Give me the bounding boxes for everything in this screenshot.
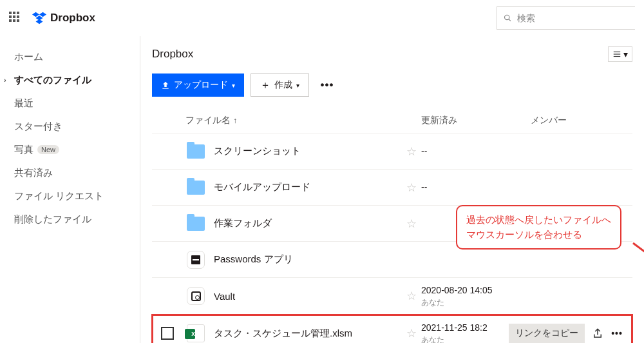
create-label: 作成 — [274, 79, 292, 91]
folder-icon — [187, 181, 205, 195]
page-title: Dropbox — [152, 48, 193, 61]
table-row[interactable]: モバイルアップロード ☆ -- — [152, 169, 632, 205]
table-row[interactable]: x タスク・スケジュール管理.xlsm ☆ 2021-11-25 18:2あなた… — [152, 315, 632, 343]
sidebar-item-shared[interactable]: 共有済み — [0, 161, 140, 184]
vault-icon — [187, 287, 205, 305]
svg-point-0 — [505, 15, 509, 19]
dropbox-icon — [32, 11, 46, 25]
excel-file-icon: x — [187, 324, 205, 342]
table-row[interactable]: スクリーンショット ☆ -- — [152, 133, 632, 169]
more-actions-button[interactable]: ••• — [316, 74, 339, 97]
plus-icon: ＋ — [260, 79, 270, 92]
sidebar-item-label: 写真 — [14, 144, 33, 156]
create-button[interactable]: ＋ 作成 ▾ — [251, 74, 309, 97]
sidebar: ホーム ›すべてのファイル 最近 スター付き 写真New 共有済み ファイル リ… — [0, 36, 140, 343]
chevron-right-icon: › — [4, 76, 6, 84]
chevron-down-icon: ▾ — [296, 82, 299, 89]
table-row[interactable]: Vault ☆ 2020-08-20 14:05あなた — [152, 277, 632, 315]
star-icon[interactable]: ☆ — [402, 326, 421, 340]
upload-icon — [161, 81, 170, 90]
star-icon[interactable]: ☆ — [402, 217, 421, 231]
share-icon[interactable] — [591, 327, 604, 340]
search-input[interactable] — [517, 13, 629, 23]
annotation-callout: 過去の状態へ戻したいファイルへ マウスカーソルを合わせる — [456, 205, 621, 250]
sidebar-item-label: ホーム — [14, 51, 43, 63]
app-launcher-icon[interactable] — [9, 12, 22, 24]
updated-by: あなた — [421, 298, 444, 307]
svg-line-5 — [633, 243, 644, 317]
updated-text: 2021-11-25 18:2 — [421, 322, 488, 333]
sidebar-item-label: 最近 — [14, 97, 33, 110]
sidebar-item-label: すべてのファイル — [14, 74, 91, 86]
updated-text: -- — [421, 146, 427, 156]
upload-label: アップロード — [174, 79, 228, 91]
sidebar-item-home[interactable]: ホーム — [0, 45, 140, 68]
folder-icon — [187, 144, 205, 159]
upload-button[interactable]: アップロード ▾ — [152, 74, 244, 97]
sidebar-item-deleted[interactable]: 削除したファイル — [0, 208, 140, 231]
sidebar-item-photos[interactable]: 写真New — [0, 138, 140, 161]
row-more-actions-button[interactable]: ••• — [611, 327, 623, 340]
search-icon — [504, 14, 512, 23]
new-badge: New — [37, 145, 59, 154]
file-name: タスク・スケジュール管理.xlsm — [207, 328, 402, 340]
file-name: モバイルアップロード — [207, 181, 402, 193]
column-header-members[interactable]: メンバー — [531, 115, 627, 126]
copy-link-button[interactable]: リンクをコピー — [509, 324, 585, 343]
sidebar-item-label: スター付き — [14, 121, 62, 133]
brand-logo[interactable]: Dropbox — [32, 11, 95, 25]
table-header: ファイル名 ↑ 更新済み メンバー — [152, 111, 632, 133]
sidebar-item-recents[interactable]: 最近 — [0, 92, 140, 115]
view-options-button[interactable]: ▾ — [608, 46, 632, 62]
svg-line-1 — [509, 19, 511, 21]
annotation-text: 過去の状態へ戻したいファイルへ — [466, 213, 611, 228]
file-name: Passwords アプリ — [207, 253, 402, 266]
sidebar-item-file-requests[interactable]: ファイル リクエスト — [0, 184, 140, 208]
column-header-name[interactable]: ファイル名 ↑ — [175, 115, 402, 126]
file-name: Vault — [207, 291, 402, 302]
chevron-down-icon: ▾ — [623, 49, 628, 59]
sidebar-item-label: ファイル リクエスト — [14, 190, 104, 202]
star-icon[interactable]: ☆ — [402, 289, 421, 303]
annotation-text: マウスカーソルを合わせる — [466, 228, 611, 242]
row-checkbox[interactable] — [161, 327, 174, 340]
sidebar-item-label: 共有済み — [14, 167, 53, 179]
brand-name: Dropbox — [50, 12, 95, 24]
sidebar-item-label: 削除したファイル — [14, 213, 91, 226]
file-name: スクリーンショット — [207, 145, 402, 157]
updated-by: あなた — [421, 335, 444, 343]
star-icon[interactable]: ☆ — [402, 181, 421, 195]
sort-asc-icon: ↑ — [233, 116, 237, 125]
search-box[interactable] — [497, 6, 635, 30]
updated-text: -- — [421, 182, 427, 192]
main-content: Dropbox ▾ アップロード ▾ ＋ 作成 ▾ ••• ファイル名 ↑ — [140, 36, 644, 343]
chevron-down-icon: ▾ — [232, 82, 235, 89]
passwords-app-icon — [187, 251, 205, 269]
column-header-updated[interactable]: 更新済み — [421, 115, 531, 126]
folder-icon — [187, 217, 205, 231]
file-name: 作業フォルダ — [207, 217, 402, 230]
star-icon[interactable]: ☆ — [402, 144, 421, 159]
sidebar-item-all-files[interactable]: ›すべてのファイル — [0, 68, 140, 92]
list-icon — [612, 50, 621, 59]
updated-text: 2020-08-20 14:05 — [421, 285, 493, 295]
sidebar-item-starred[interactable]: スター付き — [0, 115, 140, 138]
